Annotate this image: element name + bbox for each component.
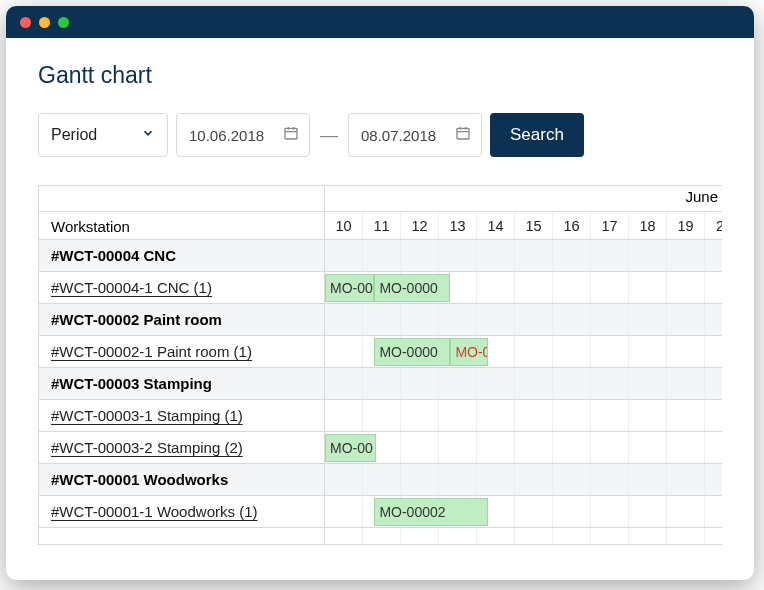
period-dropdown[interactable]: Period <box>38 113 168 157</box>
gantt-lane <box>325 240 722 272</box>
gantt-lane <box>325 464 722 496</box>
workstation-row <box>39 528 324 544</box>
day-header-cell: 18 <box>629 212 667 239</box>
chevron-down-icon <box>141 126 155 144</box>
svg-rect-4 <box>457 128 469 139</box>
gantt-lane <box>325 304 722 336</box>
window-minimize-icon[interactable] <box>39 17 50 28</box>
gantt-lane: MO-00MO-0000 <box>325 272 722 304</box>
workstation-row: #WCT-00002-1 Paint room (1) <box>39 336 324 368</box>
day-header-cell: 11 <box>363 212 401 239</box>
workstation-link[interactable]: #WCT-00003-2 Stamping (2) <box>51 439 243 456</box>
workstation-group-row: #WCT-00004 CNC <box>39 240 324 272</box>
date-start-field[interactable] <box>176 113 310 157</box>
gantt-right-column: June 1011121314151617181920 MO-00MO-0000… <box>325 186 722 544</box>
period-dropdown-label: Period <box>51 126 97 144</box>
gantt-chart: Workstation #WCT-00004 CNC#WCT-00004-1 C… <box>38 185 722 545</box>
month-header: June <box>325 186 722 212</box>
gantt-bar[interactable]: MO-00 <box>325 434 376 462</box>
workstation-link[interactable]: #WCT-00003-1 Stamping (1) <box>51 407 243 424</box>
titlebar <box>6 6 754 38</box>
gantt-left-column: Workstation #WCT-00004 CNC#WCT-00004-1 C… <box>39 186 325 544</box>
date-end-field[interactable] <box>348 113 482 157</box>
workstation-link[interactable]: #WCT-00004-1 CNC (1) <box>51 279 212 296</box>
gantt-lane: MO-0000MO-0 <box>325 336 722 368</box>
search-button[interactable]: Search <box>490 113 584 157</box>
day-header-cell: 13 <box>439 212 477 239</box>
workstation-row: #WCT-00001-1 Woodworks (1) <box>39 496 324 528</box>
day-header-row: 1011121314151617181920 <box>325 212 722 240</box>
workstation-header: Workstation <box>39 212 324 240</box>
gantt-lane <box>325 368 722 400</box>
gantt-bar[interactable]: MO-0 <box>450 338 488 366</box>
workstation-group-row: #WCT-00003 Stamping <box>39 368 324 400</box>
app-window: Gantt chart Period — Se <box>6 6 754 580</box>
gantt-bar[interactable]: MO-0000 <box>374 274 450 302</box>
day-header-cell: 15 <box>515 212 553 239</box>
day-header-cell: 20 <box>705 212 722 239</box>
workstation-row: #WCT-00003-1 Stamping (1) <box>39 400 324 432</box>
header-spacer <box>39 186 324 212</box>
calendar-icon <box>455 125 471 145</box>
svg-rect-0 <box>285 128 297 139</box>
workstation-link[interactable]: #WCT-00002-1 Paint room (1) <box>51 343 252 360</box>
gantt-bar[interactable]: MO-00002 <box>374 498 488 526</box>
day-header-cell: 19 <box>667 212 705 239</box>
date-range-separator: — <box>318 125 340 146</box>
content-area: Gantt chart Period — Se <box>6 38 754 545</box>
calendar-icon <box>283 125 299 145</box>
gantt-lane <box>325 400 722 432</box>
gantt-bar[interactable]: MO-0000 <box>374 338 450 366</box>
workstation-row: #WCT-00003-2 Stamping (2) <box>39 432 324 464</box>
window-maximize-icon[interactable] <box>58 17 69 28</box>
day-header-cell: 12 <box>401 212 439 239</box>
day-header-cell: 10 <box>325 212 363 239</box>
day-header-cell: 17 <box>591 212 629 239</box>
workstation-row: #WCT-00004-1 CNC (1) <box>39 272 324 304</box>
date-start-input[interactable] <box>189 127 273 144</box>
filter-controls: Period — Search <box>38 113 722 157</box>
workstation-group-row: #WCT-00001 Woodworks <box>39 464 324 496</box>
workstation-link[interactable]: #WCT-00001-1 Woodworks (1) <box>51 503 257 520</box>
day-header-cell: 14 <box>477 212 515 239</box>
gantt-lane <box>325 528 722 544</box>
month-label: June <box>685 188 722 205</box>
gantt-lane: MO-00 <box>325 432 722 464</box>
gantt-bar[interactable]: MO-00 <box>325 274 374 302</box>
window-close-icon[interactable] <box>20 17 31 28</box>
day-header-cell: 16 <box>553 212 591 239</box>
gantt-lane: MO-00002 <box>325 496 722 528</box>
page-title: Gantt chart <box>38 62 722 89</box>
date-end-input[interactable] <box>361 127 445 144</box>
workstation-group-row: #WCT-00002 Paint room <box>39 304 324 336</box>
